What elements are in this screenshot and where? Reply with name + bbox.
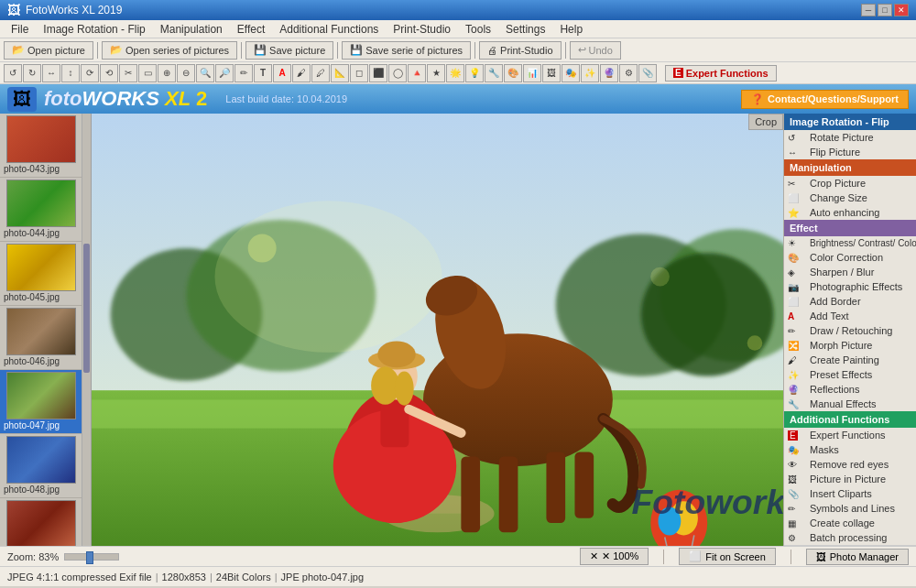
maximize-button[interactable]: □ (878, 4, 892, 16)
crop-picture-button[interactable]: ✂ Crop Picture (784, 176, 916, 191)
tool-21[interactable]: 🎭 (562, 64, 580, 82)
thumbnail-048[interactable]: photo-048.jpg (0, 434, 82, 498)
bottom-separator-1 (663, 550, 664, 564)
create-painting-button[interactable]: 🖌 Create Painting (784, 353, 916, 367)
tool-crop[interactable]: ✂ (119, 64, 137, 82)
menu-settings[interactable]: Settings (498, 21, 552, 38)
expert-functions-toolbar-button[interactable]: E Expert Functions (665, 65, 777, 82)
tool-6[interactable]: 🔍 (196, 64, 214, 82)
tool-18[interactable]: 🎨 (504, 64, 522, 82)
batch-processing-button[interactable]: ⚙ Batch processing (784, 530, 916, 545)
photographic-effects-button[interactable]: 📷 Photographic Effects (784, 279, 916, 294)
tool-20[interactable]: 🖼 (542, 64, 561, 82)
tool-rotate-right[interactable]: ↻ (23, 64, 41, 82)
thumbnail-045[interactable]: photo-045.jpg (0, 242, 82, 306)
minimize-button[interactable]: ─ (861, 4, 876, 16)
color-correction-button[interactable]: 🎨 Color Correction (784, 250, 916, 265)
tool-23[interactable]: 🔮 (600, 64, 618, 82)
fit-on-screen-button[interactable]: ⬜ Fit on Screen (679, 548, 775, 565)
tool-15[interactable]: 🌟 (446, 64, 464, 82)
tool-7[interactable]: 🔎 (215, 64, 234, 82)
tool-5[interactable]: ⊖ (177, 64, 195, 82)
thumbnail-046[interactable]: photo-046.jpg (0, 306, 82, 370)
tool-a[interactable]: A (273, 64, 291, 82)
zoom-100-button[interactable]: ✕ ✕ 100% (580, 548, 649, 565)
brightness-button[interactable]: ☀ Brightness/ Contrast/ Color (784, 236, 916, 250)
close-button[interactable]: ✕ (894, 4, 909, 16)
remove-red-eyes-button[interactable]: 👁 Remove red eyes (784, 457, 916, 472)
add-border-button[interactable]: ⬜ Add Border (784, 294, 916, 309)
tool-1[interactable]: ⟳ (81, 64, 99, 82)
svg-point-24 (377, 341, 415, 367)
menu-rotation[interactable]: Image Rotation - Flip (36, 21, 152, 38)
picture-in-picture-button[interactable]: 🖼 Picture in Picture (784, 472, 916, 486)
menu-manipulation[interactable]: Manipulation (153, 21, 230, 38)
menu-additional[interactable]: Additional Functions (272, 21, 386, 38)
svg-rect-15 (499, 457, 518, 533)
tool-11[interactable]: ⬛ (369, 64, 387, 82)
tool-4[interactable]: ⊕ (158, 64, 176, 82)
manual-effects-button[interactable]: 🔧 Manual Effects (784, 397, 916, 411)
tool-paint[interactable]: 🖌 (292, 64, 311, 82)
tool-text[interactable]: T (254, 64, 272, 82)
symbols-lines-button[interactable]: ✏ Symbols and Lines (784, 501, 916, 516)
tool-9[interactable]: 📐 (331, 64, 349, 82)
zoom-thumb[interactable] (86, 551, 93, 564)
save-series-button[interactable]: 💾 Save serie of pictures (342, 41, 471, 60)
tool-12[interactable]: ◯ (388, 64, 407, 82)
resize-icon: ⬜ (788, 193, 799, 203)
menu-tools[interactable]: Tools (458, 21, 498, 38)
tool-flip-h[interactable]: ↔ (42, 64, 60, 82)
undo-button[interactable]: ↩ Undo (570, 41, 621, 60)
contact-button[interactable]: ❓ Contact/Questions/Support (741, 90, 909, 109)
photo-manager-button[interactable]: 🖼 Photo Manager (806, 549, 909, 565)
zoom-slider[interactable] (64, 553, 119, 561)
secondary-toolbar: ↺ ↻ ↔ ↕ ⟳ ⟲ ✂ ▭ ⊕ ⊖ 🔍 🔎 ✏ T A 🖌 🖊 📐 ◻ ⬛ … (0, 62, 916, 84)
thumbnail-049[interactable]: photo-049.jpg (0, 498, 82, 546)
save-picture-icon: 💾 (254, 44, 267, 56)
enhance-icon: ⭐ (788, 208, 799, 218)
tool-14[interactable]: ★ (427, 64, 445, 82)
morph-picture-button[interactable]: 🔀 Morph Picture (784, 338, 916, 353)
tool-13[interactable]: 🔺 (408, 64, 426, 82)
tool-8[interactable]: 🖊 (311, 64, 330, 82)
menu-help[interactable]: Help (552, 21, 590, 38)
auto-enhancing-button[interactable]: ⭐ Auto enhancing (784, 205, 916, 220)
tool-22[interactable]: ✨ (581, 64, 599, 82)
tool-25[interactable]: 📎 (638, 64, 657, 82)
toolbar-separator-1 (97, 42, 98, 59)
open-picture-button[interactable]: 📂 Open picture (4, 41, 93, 60)
masks-button[interactable]: 🎭 Masks (784, 442, 916, 457)
save-picture-button[interactable]: 💾 Save picture (245, 41, 333, 60)
print-studio-button[interactable]: 🖨 Print-Studio (479, 41, 561, 60)
preset-effects-button[interactable]: ✨ Preset Effects (784, 367, 916, 382)
menu-print[interactable]: Print-Studio (386, 21, 458, 38)
open-series-button[interactable]: 📂 Open series of pictures (102, 41, 237, 60)
thumbnail-047[interactable]: photo-047.jpg (0, 370, 82, 434)
tool-16[interactable]: 💡 (465, 64, 484, 82)
thumbnail-044[interactable]: photo-044.jpg (0, 178, 82, 242)
tool-2[interactable]: ⟲ (100, 64, 118, 82)
menu-effect[interactable]: Effect (230, 21, 272, 38)
menu-file[interactable]: File (4, 21, 36, 38)
sharpen-blur-button[interactable]: ◈ Sharpen / Blur (784, 265, 916, 279)
tool-rotate-left[interactable]: ↺ (4, 64, 22, 82)
reflections-button[interactable]: 🔮 Reflections (784, 382, 916, 397)
thumbnail-043[interactable]: photo-043.jpg (0, 114, 82, 178)
draw-retouching-button[interactable]: ✏ Draw / Retouching (784, 323, 916, 338)
tool-10[interactable]: ◻ (350, 64, 368, 82)
rotate-picture-button[interactable]: ↺ Rotate Picture (784, 130, 916, 145)
create-collage-button[interactable]: ▦ Create collage (784, 516, 916, 530)
tool-19[interactable]: 📊 (523, 64, 541, 82)
expert-functions-button[interactable]: E Expert Functions (784, 428, 916, 442)
sidebar-scrollbar[interactable] (82, 114, 92, 546)
flip-picture-button[interactable]: ↔ Flip Picture (784, 145, 916, 159)
change-size-button[interactable]: ⬜ Change Size (784, 191, 916, 205)
tool-3[interactable]: ▭ (138, 64, 157, 82)
tool-24[interactable]: ⚙ (619, 64, 638, 82)
tool-pencil[interactable]: ✏ (234, 64, 253, 82)
tool-flip-v[interactable]: ↕ (61, 64, 80, 82)
insert-cliparts-button[interactable]: 📎 Insert Cliparts (784, 486, 916, 501)
add-text-button[interactable]: A Add Text (784, 309, 916, 323)
tool-17[interactable]: 🔧 (485, 64, 503, 82)
